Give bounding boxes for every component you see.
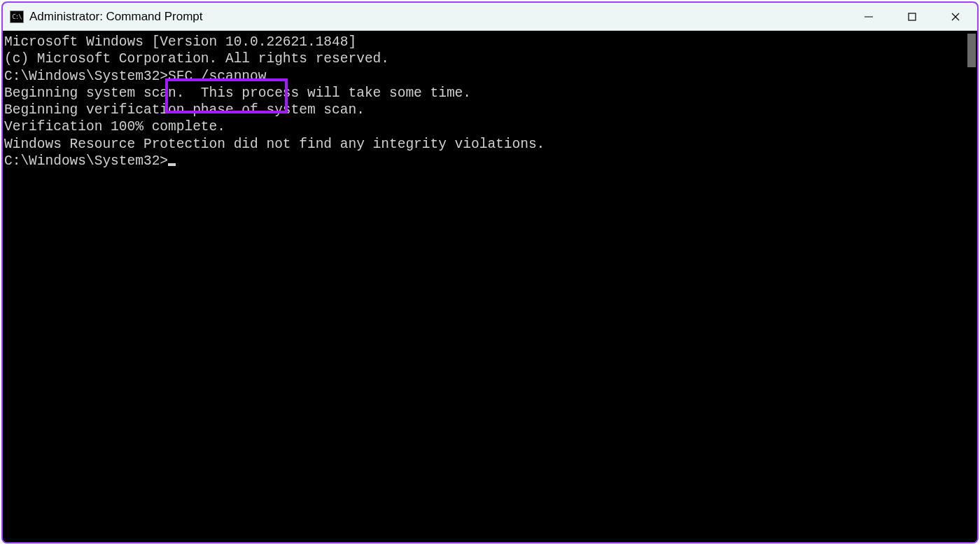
svg-rect-1 [909,13,916,20]
minimize-button[interactable] [847,3,890,30]
maximize-icon [907,12,917,22]
close-button[interactable] [934,3,977,30]
terminal-line: C:\Windows\System32>SFC /scannow [4,68,965,85]
cmd-icon: C:\ [10,11,24,23]
terminal-line: C:\Windows\System32> [4,153,965,170]
cursor [168,163,176,166]
command-prompt-window: C:\ Administrator: Command Prompt Micros… [1,1,979,544]
client-area: Microsoft Windows [Version 10.0.22621.18… [3,31,977,542]
close-icon [951,12,960,22]
minimize-icon [864,12,874,22]
terminal-line: Verification 100% complete. [4,118,965,135]
terminal-line: Microsoft Windows [Version 10.0.22621.18… [4,34,965,50]
window-title: Administrator: Command Prompt [29,10,203,24]
window-controls [847,3,977,30]
maximize-button[interactable] [890,3,934,30]
scrollbar-thumb[interactable] [967,34,976,67]
terminal-output[interactable]: Microsoft Windows [Version 10.0.22621.18… [3,31,966,542]
terminal-line: (c) Microsoft Corporation. All rights re… [4,50,965,67]
scrollbar[interactable] [966,31,977,542]
terminal-line: Windows Resource Protection did not find… [4,136,965,153]
titlebar[interactable]: C:\ Administrator: Command Prompt [3,3,977,31]
terminal-line: Beginning verification phase of system s… [4,102,965,118]
terminal-line: Beginning system scan. This process will… [4,85,965,102]
